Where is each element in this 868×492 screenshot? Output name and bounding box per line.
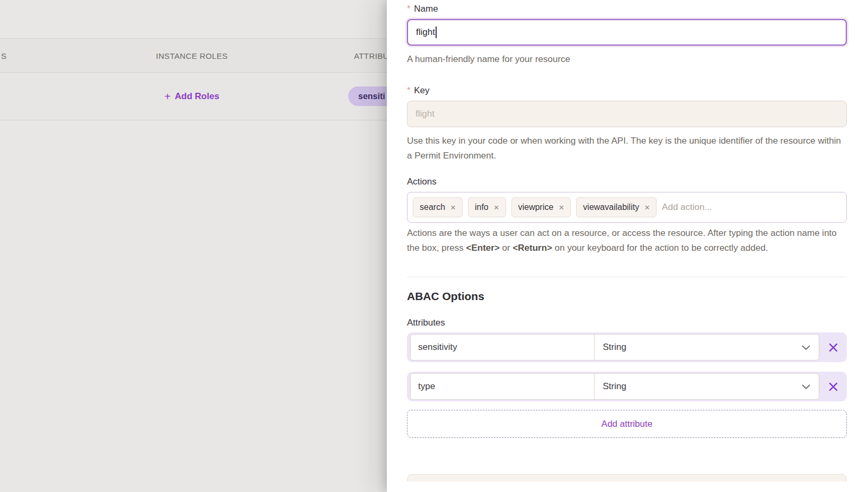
remove-tag-icon[interactable]: × — [450, 203, 456, 212]
actions-label-text: Actions — [407, 177, 437, 187]
abac-options-heading: ABAC Options — [407, 290, 847, 303]
return-key-hint: <Return> — [512, 243, 552, 253]
key-input — [407, 101, 847, 127]
section-divider — [407, 277, 847, 277]
name-field-label: * Name — [407, 3, 847, 15]
actions-field-label: Actions — [407, 176, 847, 188]
action-tag-search: search × — [413, 197, 463, 217]
key-helper-text: Use this key in your code or when workin… — [407, 134, 846, 163]
name-input[interactable]: flight — [407, 19, 847, 46]
key-label-text: Key — [414, 85, 429, 96]
actions-helper-text: Actions are the ways a user can act on a… — [407, 226, 846, 256]
attribute-fields: String — [410, 373, 819, 400]
action-tag-label: viewprice — [518, 203, 554, 212]
name-label-text: Name — [414, 4, 438, 14]
actions-tag-box[interactable]: search × info × viewprice × viewavailabi… — [407, 192, 847, 223]
attribute-row: String — [407, 372, 847, 401]
attribute-name-input[interactable] — [411, 335, 595, 360]
action-tag-viewprice: viewprice × — [511, 197, 571, 217]
name-input-value: flight — [416, 27, 435, 38]
remove-attribute-button[interactable] — [819, 382, 847, 391]
attribute-row: String — [407, 332, 847, 362]
attribute-type-select[interactable]: String — [595, 374, 819, 399]
action-tag-viewavailability: viewavailability × — [576, 197, 657, 217]
action-tag-label: info — [475, 203, 489, 212]
remove-tag-icon[interactable]: × — [494, 203, 499, 212]
remove-attribute-button[interactable] — [819, 343, 847, 352]
next-section-top-edge — [407, 474, 847, 481]
close-icon — [829, 382, 838, 391]
text-caret — [436, 27, 437, 38]
attribute-type-select[interactable]: String — [595, 335, 819, 360]
chevron-down-icon — [802, 345, 810, 350]
close-icon — [829, 343, 838, 352]
add-attribute-button[interactable]: Add attribute — [407, 410, 847, 438]
attributes-label: Attributes — [407, 318, 847, 328]
resource-edit-drawer: * Name flight A human-friendly name for … — [387, 0, 868, 492]
action-tag-info: info × — [468, 197, 506, 217]
required-asterisk: * — [407, 86, 410, 95]
enter-key-hint: <Enter> — [466, 243, 500, 253]
attribute-fields: String — [410, 334, 819, 361]
plus-icon: + — [164, 91, 171, 102]
add-action-input[interactable] — [662, 202, 841, 213]
table-header-instance-roles: INSTANCE ROLES — [123, 51, 261, 60]
name-helper-text: A human-friendly name for your resource — [407, 52, 846, 67]
attribute-type-value: String — [603, 342, 626, 353]
remove-tag-icon[interactable]: × — [644, 203, 650, 212]
attribute-name-input[interactable] — [411, 374, 595, 399]
required-asterisk: * — [407, 4, 410, 14]
table-header-truncated: S — [1, 51, 6, 60]
action-tag-label: search — [420, 203, 445, 212]
key-field-label: * Key — [407, 85, 847, 96]
actions-helper-part: on your keyboard for the action to be co… — [552, 243, 768, 253]
remove-tag-icon[interactable]: × — [559, 203, 564, 212]
add-roles-button[interactable]: + Add Roles — [123, 91, 261, 102]
action-tag-label: viewavailability — [583, 203, 639, 212]
actions-helper-part: or — [500, 243, 513, 253]
chevron-down-icon — [802, 384, 810, 389]
attribute-type-value: String — [603, 381, 626, 392]
add-roles-label: Add Roles — [175, 91, 219, 102]
